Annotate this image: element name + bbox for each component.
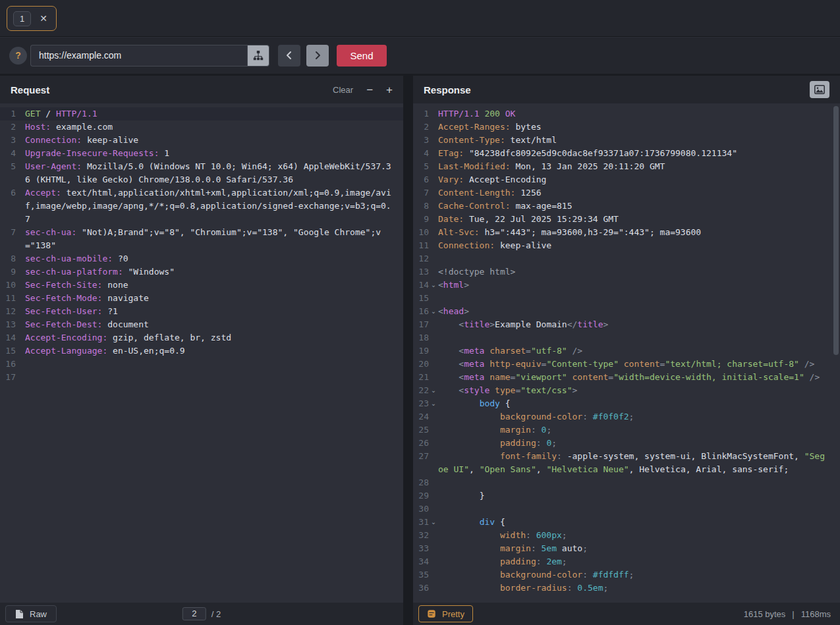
editor-line[interactable]: 17 <title>Example Domain</title> bbox=[413, 318, 840, 331]
line-content[interactable]: div { bbox=[438, 516, 827, 529]
editor-line[interactable]: 2Accept-Ranges: bytes bbox=[413, 121, 840, 134]
editor-line[interactable]: 6Vary: Accept-Encoding bbox=[413, 173, 840, 186]
line-content[interactable]: Date: Tue, 22 Jul 2025 15:29:34 GMT bbox=[438, 213, 827, 226]
line-content[interactable]: <meta name="viewport" content="width=dev… bbox=[438, 371, 827, 384]
scrollbar-thumb[interactable] bbox=[833, 106, 839, 355]
editor-line[interactable]: 21 <meta name="viewport" content="width=… bbox=[413, 371, 840, 384]
minus-icon[interactable]: − bbox=[366, 84, 373, 95]
editor-line[interactable]: 15 bbox=[413, 292, 840, 305]
line-content[interactable]: <head> bbox=[438, 305, 827, 318]
line-content[interactable]: margin: 0; bbox=[438, 423, 827, 437]
line-content[interactable]: <style type="text/css"> bbox=[438, 384, 827, 397]
editor-line[interactable]: 9sec-ch-ua-platform: "Windows" bbox=[0, 265, 403, 279]
line-content[interactable] bbox=[25, 358, 394, 371]
plus-icon[interactable]: + bbox=[386, 84, 393, 95]
page-input[interactable]: 2 bbox=[182, 607, 206, 620]
line-content[interactable]: HTTP/1.1 200 OK bbox=[438, 107, 827, 121]
line-content[interactable]: Sec-Fetch-Site: none bbox=[25, 279, 394, 292]
editor-line[interactable]: 30 bbox=[413, 503, 840, 516]
editor-line[interactable]: 9Date: Tue, 22 Jul 2025 15:29:34 GMT bbox=[413, 213, 840, 226]
response-editor[interactable]: 1HTTP/1.1 200 OK2Accept-Ranges: bytes3Co… bbox=[413, 103, 840, 603]
editor-line[interactable]: 7sec-ch-ua: "Not)A;Brand";v="8", "Chromi… bbox=[0, 226, 403, 252]
help-icon[interactable]: ? bbox=[9, 47, 27, 65]
editor-line[interactable]: 31⌄ div { bbox=[413, 516, 840, 529]
editor-line[interactable]: 22⌄ <style type="text/css"> bbox=[413, 384, 840, 397]
editor-line[interactable]: 15Accept-Language: en-US,en;q=0.9 bbox=[0, 344, 403, 358]
line-content[interactable]: Sec-Fetch-User: ?1 bbox=[25, 305, 394, 318]
editor-line[interactable]: 10Alt-Svc: h3=":443"; ma=93600,h3-29=":4… bbox=[413, 226, 840, 239]
line-content[interactable]: sec-ch-ua-platform: "Windows" bbox=[25, 265, 394, 279]
chevron-left-icon[interactable] bbox=[278, 45, 300, 67]
line-content[interactable]: sec-ch-ua: "Not)A;Brand";v="8", "Chromiu… bbox=[25, 226, 394, 252]
line-content[interactable]: Vary: Accept-Encoding bbox=[438, 173, 827, 186]
editor-line[interactable]: 16⌄<head> bbox=[413, 305, 840, 318]
editor-line[interactable]: 29 } bbox=[413, 489, 840, 503]
editor-line[interactable]: 32 width: 600px; bbox=[413, 529, 840, 542]
line-content[interactable]: <meta http-equiv="Content-type" content=… bbox=[438, 358, 827, 371]
line-content[interactable]: Cache-Control: max-age=815 bbox=[438, 200, 827, 213]
line-content[interactable]: width: 600px; bbox=[438, 529, 827, 542]
editor-line[interactable]: 13<!doctype html> bbox=[413, 265, 840, 279]
url-input[interactable] bbox=[30, 45, 247, 67]
editor-line[interactable]: 8Cache-Control: max-age=815 bbox=[413, 200, 840, 213]
line-content[interactable]: Accept: text/html,application/xhtml+xml,… bbox=[25, 186, 394, 226]
editor-line[interactable]: 11Connection: keep-alive bbox=[413, 239, 840, 252]
line-content[interactable]: font-family: -apple-system, system-ui, B… bbox=[438, 450, 827, 476]
line-content[interactable]: } bbox=[438, 489, 827, 503]
line-content[interactable]: sec-ch-ua-mobile: ?0 bbox=[25, 252, 394, 265]
line-content[interactable] bbox=[438, 476, 827, 489]
request-editor[interactable]: 1GET / HTTP/1.12Host: example.com3Connec… bbox=[0, 103, 403, 603]
editor-line[interactable]: 20 <meta http-equiv="Content-type" conte… bbox=[413, 358, 840, 371]
fold-icon[interactable]: ⌄ bbox=[429, 516, 438, 529]
editor-line[interactable]: 28 bbox=[413, 476, 840, 489]
editor-line[interactable]: 8sec-ch-ua-mobile: ?0 bbox=[0, 252, 403, 265]
line-content[interactable]: Sec-Fetch-Dest: document bbox=[25, 318, 394, 331]
line-content[interactable]: Content-Length: 1256 bbox=[438, 186, 827, 200]
line-content[interactable]: Sec-Fetch-Mode: navigate bbox=[25, 292, 394, 305]
editor-line[interactable]: 14Accept-Encoding: gzip, deflate, br, zs… bbox=[0, 331, 403, 344]
editor-line[interactable]: 34 padding: 2em; bbox=[413, 555, 840, 568]
line-content[interactable]: GET / HTTP/1.1 bbox=[25, 107, 394, 121]
line-content[interactable] bbox=[25, 371, 394, 384]
editor-line[interactable]: 17 bbox=[0, 371, 403, 384]
editor-line[interactable]: 26 padding: 0; bbox=[413, 437, 840, 450]
line-content[interactable]: Upgrade-Insecure-Requests: 1 bbox=[25, 147, 394, 160]
editor-line[interactable]: 5User-Agent: Mozilla/5.0 (Windows NT 10.… bbox=[0, 160, 403, 186]
send-button[interactable]: Send bbox=[337, 45, 387, 67]
line-content[interactable] bbox=[438, 252, 827, 265]
editor-line[interactable]: 27 font-family: -apple-system, system-ui… bbox=[413, 450, 840, 476]
editor-line[interactable]: 24 background-color: #f0f0f2; bbox=[413, 410, 840, 423]
line-content[interactable] bbox=[438, 292, 827, 305]
editor-line[interactable]: 16 bbox=[0, 358, 403, 371]
image-icon[interactable] bbox=[810, 81, 829, 98]
line-content[interactable]: <html> bbox=[438, 279, 827, 292]
line-content[interactable]: Accept-Ranges: bytes bbox=[438, 121, 827, 134]
editor-line[interactable]: 12Sec-Fetch-User: ?1 bbox=[0, 305, 403, 318]
fold-icon[interactable]: ⌄ bbox=[429, 279, 438, 292]
line-content[interactable]: background-color: #fdfdff; bbox=[438, 568, 827, 582]
editor-line[interactable]: 3Content-Type: text/html bbox=[413, 134, 840, 147]
close-icon[interactable]: ✕ bbox=[40, 14, 47, 23]
line-content[interactable]: Host: example.com bbox=[25, 121, 394, 134]
fold-icon[interactable]: ⌄ bbox=[429, 397, 438, 410]
line-content[interactable]: <meta charset="utf-8" /> bbox=[438, 344, 827, 358]
line-content[interactable]: background-color: #f0f0f2; bbox=[438, 410, 827, 423]
editor-line[interactable]: 11Sec-Fetch-Mode: navigate bbox=[0, 292, 403, 305]
line-content[interactable]: Content-Type: text/html bbox=[438, 134, 827, 147]
line-content[interactable]: border-radius: 0.5em; bbox=[438, 582, 827, 595]
fold-icon[interactable]: ⌄ bbox=[429, 384, 438, 397]
editor-line[interactable]: 2Host: example.com bbox=[0, 121, 403, 134]
raw-button[interactable]: Raw bbox=[5, 605, 57, 622]
line-content[interactable]: Accept-Encoding: gzip, deflate, br, zstd bbox=[25, 331, 394, 344]
editor-line[interactable]: 23⌄ body { bbox=[413, 397, 840, 410]
line-content[interactable]: Accept-Language: en-US,en;q=0.9 bbox=[25, 344, 394, 358]
panel-divider[interactable] bbox=[403, 76, 413, 625]
editor-line[interactable]: 4ETag: "84238dfc8092e5d9c0dac8ef93371a07… bbox=[413, 147, 840, 160]
editor-line[interactable]: 19 <meta charset="utf-8" /> bbox=[413, 344, 840, 358]
line-content[interactable]: Connection: keep-alive bbox=[438, 239, 827, 252]
editor-line[interactable]: 1HTTP/1.1 200 OK bbox=[413, 107, 840, 121]
line-content[interactable]: margin: 5em auto; bbox=[438, 542, 827, 555]
tab-session-1[interactable]: 1 ✕ bbox=[7, 6, 57, 31]
editor-line[interactable]: 33 margin: 5em auto; bbox=[413, 542, 840, 555]
editor-line[interactable]: 1GET / HTTP/1.1 bbox=[0, 107, 403, 121]
